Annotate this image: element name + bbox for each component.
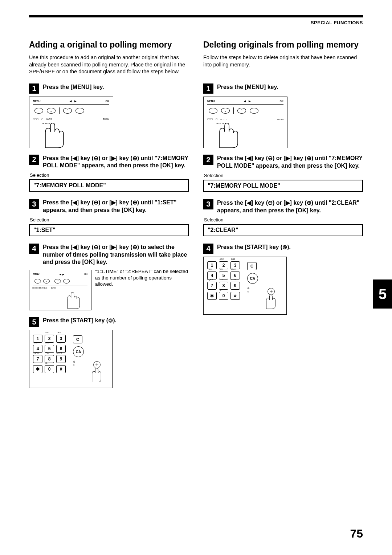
keypad-key: ✱ — [207, 292, 217, 300]
selection-label: Selection — [204, 173, 363, 178]
left-step-1: 1 Press the [MENU] key. — [29, 83, 189, 94]
left-oval-icon: ⌄ — [43, 279, 50, 283]
key-label: GHI — [34, 342, 37, 344]
control-panel-diagram: MENU◀ ▶OK ⌄ ⌃ ☐☐☐☐AUTO ZOOM SP. FUNC — [203, 97, 287, 148]
left-heading: Adding a original to polling memory — [29, 40, 189, 50]
control-panel-diagram-small: MENU◀ ▶OK ⌄ ⌃ ☐☐☐ ☐ SP. FUNC ZOOM — [29, 270, 91, 310]
panel-auto-label: AUTO — [46, 118, 52, 120]
ok-button-icon — [75, 108, 84, 114]
keypad-diagram: ABC DEF GHI JKL MNO PQRS TUV WXYZ @.- 1 … — [203, 257, 287, 315]
key-label: GHI — [208, 269, 212, 271]
step4-note: "1:1.TIME" or "2:REPEAT" can be selected… — [95, 268, 189, 287]
key-label: JKL — [45, 342, 49, 344]
keypad-key: 0 — [45, 365, 54, 373]
key-label: @.- — [45, 362, 49, 364]
right-oval-icon: ⌃ — [63, 108, 72, 114]
keypad-key: # — [230, 292, 240, 300]
key-label: DEF — [57, 332, 61, 334]
hand-icon — [63, 290, 85, 310]
right-column: Deleting originals from polling memory F… — [203, 40, 363, 395]
panel-ok-label: OK — [280, 100, 284, 103]
panel-menu-label: MENU — [207, 100, 215, 103]
manual-page: SPECIAL FUNCTIONS 5 Adding a original to… — [0, 0, 392, 555]
lcd-display: "7:MEMORY POLL MODE" — [29, 179, 189, 192]
key-label: WXYZ — [56, 352, 62, 354]
ok-button-icon — [250, 108, 258, 114]
key-label: ABC — [45, 332, 49, 334]
keypad-key: 7 — [207, 282, 217, 290]
ok-button-icon — [63, 279, 70, 283]
panel-zoom-label: ZOOM — [51, 287, 56, 289]
key-label: MNO — [57, 342, 62, 344]
panel-ok-label: OK — [84, 273, 87, 276]
panel-spfunc-label: SP. FUNC — [39, 287, 48, 289]
hand-icon — [86, 360, 108, 388]
right-step-4: 4 Press the [START] key (⊚). — [203, 244, 363, 254]
key-label: ABC — [220, 258, 224, 261]
menu-button-icon — [34, 279, 41, 283]
step-number: 3 — [29, 199, 39, 209]
step-text: Press the [◀] key (⊖) or [▶] key (⊕) unt… — [217, 199, 363, 215]
keypad-key: ✱ — [33, 365, 42, 373]
keypad-key: 9 — [230, 282, 240, 290]
panel-zoom-label: ZOOM — [103, 118, 109, 120]
step-text: Press the [MENU] key. — [43, 83, 189, 91]
left-column: Adding a original to polling memory Use … — [29, 40, 189, 395]
clear-key: C — [73, 335, 82, 343]
key-label: TUV — [220, 279, 224, 281]
menu-button-icon — [34, 108, 43, 114]
panel-menu-label: MENU — [33, 273, 40, 276]
key-label: WXYZ — [230, 279, 236, 281]
key-label: TUV — [45, 352, 49, 354]
selection-label: Selection — [204, 217, 363, 223]
left-intro: Use this procedure to add an original to… — [29, 54, 189, 76]
clear-all-key: CA — [73, 346, 84, 357]
step-number: 1 — [203, 83, 213, 94]
step-number: 4 — [203, 244, 213, 254]
left-step-2: 2 Press the [◀] key (⊖) or [▶] key (⊕) u… — [29, 155, 189, 170]
right-step-2: 2 Press the [◀] key (⊖) or [▶] key (⊕) u… — [203, 155, 363, 170]
step-text: Press the [MENU] key. — [217, 83, 363, 91]
page-number: 75 — [350, 527, 363, 540]
hand-icon — [38, 122, 71, 148]
key-label: @.- — [220, 289, 223, 291]
right-oval-icon: ⌃ — [237, 108, 246, 114]
lcd-display: "2:CLEAR" — [203, 224, 363, 236]
header-rule — [29, 15, 363, 17]
hand-icon — [260, 287, 282, 314]
key-label: DEF — [231, 258, 235, 261]
step-number: 5 — [29, 317, 39, 327]
left-step-5: 5 Press the [START] key (⊚). — [29, 317, 189, 327]
step-number: 2 — [29, 155, 39, 165]
key-label: PQRS — [33, 352, 39, 354]
right-heading: Deleting originals from polling memory — [203, 40, 363, 50]
hand-icon — [212, 122, 245, 148]
step-number: 3 — [203, 199, 213, 209]
step-number: 4 — [29, 244, 39, 254]
step-text: Press the [◀] key (⊖) or [▶] key (⊕) to … — [43, 244, 189, 266]
left-oval-icon: ⌄ — [221, 108, 230, 114]
keypad-key: 9 — [56, 355, 66, 363]
clear-all-key: CA — [247, 273, 258, 284]
lcd-display: "1:SET" — [29, 224, 189, 236]
step-text: Press the [START] key (⊚). — [43, 317, 189, 325]
key-label: PQRS — [207, 279, 213, 281]
right-step-1: 1 Press the [MENU] key. — [203, 83, 363, 94]
chapter-tab: 5 — [373, 279, 392, 309]
selection-label: Selection — [30, 172, 189, 178]
step-text: Press the [START] key (⊚). — [217, 244, 363, 251]
step-text: Press the [◀] key (⊖) or [▶] key (⊕) unt… — [217, 155, 363, 170]
menu-button-icon — [209, 108, 217, 114]
lcd-display: "7:MEMORY POLL MODE" — [203, 180, 363, 192]
panel-ok-label: OK — [106, 100, 110, 103]
panel-auto-label: AUTO — [220, 118, 226, 121]
keypad-key: 7 — [33, 355, 42, 363]
left-oval-icon: ⌄ — [47, 108, 56, 114]
left-step-3: 3 Press the [◀] key (⊖) or [▶] key (⊕) u… — [29, 199, 189, 214]
step-number: 2 — [203, 155, 213, 165]
panel-menu-label: MENU — [33, 100, 41, 103]
section-header: SPECIAL FUNCTIONS — [311, 20, 363, 25]
step-text: Press the [◀] key (⊖) or [▶] key (⊕) unt… — [43, 199, 189, 214]
panel-zoom-label: ZOOM — [277, 118, 283, 121]
selection-label: Selection — [30, 217, 189, 223]
